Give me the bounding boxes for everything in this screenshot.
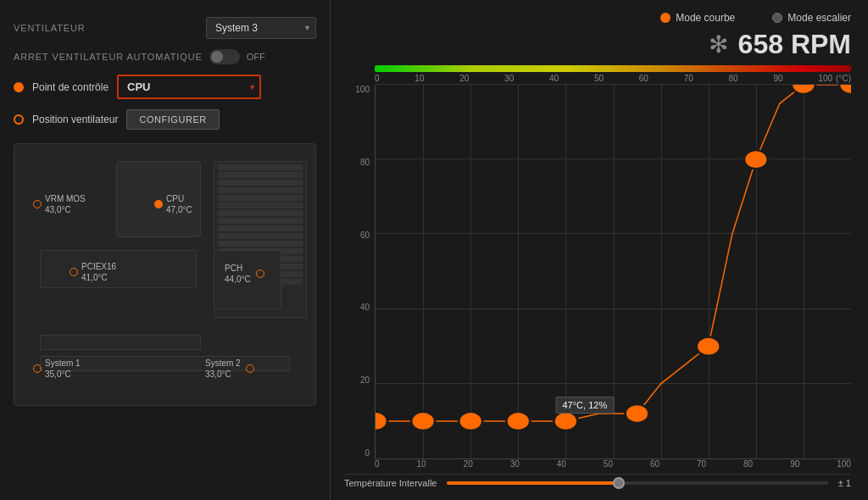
temp-color-bar <box>375 65 851 72</box>
slider-track[interactable] <box>447 481 827 485</box>
rpm-row: ✻ 658 RPM <box>344 29 851 60</box>
sys2-dot <box>246 364 254 373</box>
point-20[interactable] <box>459 412 482 431</box>
temp-label-40: 40 <box>549 74 559 83</box>
position-dot <box>14 114 24 125</box>
temp-label-0: 0 <box>375 74 380 83</box>
mode-courbe-dot <box>660 13 670 23</box>
x-100: 100 <box>837 459 851 469</box>
left-panel: VENTILATEUR System 3 ARRET VENTILATEUR A… <box>0 0 331 500</box>
point-90[interactable] <box>792 85 815 94</box>
pch-temp: 44,0°C <box>225 274 251 285</box>
y-40: 40 <box>360 303 370 312</box>
point-30[interactable] <box>506 412 530 431</box>
point-control-dot <box>14 82 24 92</box>
x-40: 40 <box>557 459 566 469</box>
pch-name: PCH <box>225 263 251 274</box>
sys1-sensor: System 1 35,0°C <box>33 358 81 380</box>
slider-fill <box>447 481 618 485</box>
temp-label-60: 60 <box>639 74 648 83</box>
fan-icon: ✻ <box>709 31 728 58</box>
slider-thumb <box>613 477 625 489</box>
position-row: Position ventilateur CONFIGURER <box>14 109 316 130</box>
point-control-row: Point de contrôle CPU <box>14 75 316 99</box>
slider-value: ± 1 <box>838 478 851 488</box>
sys1-dot <box>33 364 42 373</box>
chart-row: 100 80 60 40 20 0 <box>344 85 851 459</box>
system-dropdown[interactable]: System 3 <box>206 17 316 39</box>
ventilateur-label: VENTILATEUR <box>14 23 86 33</box>
x-50: 50 <box>604 459 613 469</box>
cpu-diag-temp: 47,0°C <box>166 204 192 215</box>
temp-unit: (°C) <box>836 74 851 83</box>
system-dropdown-wrapper[interactable]: System 3 <box>206 17 316 39</box>
right-panel: Mode courbe Mode escalier ✻ 658 RPM 0 10… <box>331 0 868 500</box>
sys1-temp: 35,0°C <box>45 369 81 380</box>
mb-inner: VRM MOS 43,0°C CPU 47,0°C PCIEX16 41,0°C <box>23 153 307 397</box>
rpm-value: 658 RPM <box>738 29 851 60</box>
x-70: 70 <box>697 459 706 469</box>
cpu-diag-dot <box>154 200 163 208</box>
bottom-controls: Température Intervalle ± 1 <box>344 474 851 488</box>
cpu-dropdown-wrapper[interactable]: CPU <box>117 75 261 99</box>
x-90: 90 <box>790 459 799 469</box>
vrm-name: VRM MOS <box>45 193 86 204</box>
pch-sensor: PCH 44,0°C <box>225 263 264 285</box>
mode-escalier-item[interactable]: Mode escalier <box>772 12 851 24</box>
pch-text: PCH 44,0°C <box>225 263 251 285</box>
x-80: 80 <box>743 459 753 469</box>
arret-label: ARRET VENTILATEUR AUTOMATIQUE <box>14 52 203 62</box>
y-60: 60 <box>360 231 370 240</box>
sys2-temp: 33,0°C <box>205 369 241 380</box>
temp-label-30: 30 <box>504 74 514 83</box>
chart-inner: 47°C, 12% <box>375 85 851 459</box>
motherboard-diagram: VRM MOS 43,0°C CPU 47,0°C PCIEX16 41,0°C <box>14 143 316 406</box>
cpu-diag-name: CPU <box>166 193 192 204</box>
temp-label-100: 100 <box>818 74 832 83</box>
mode-escalier-dot <box>772 13 782 23</box>
mode-row: Mode courbe Mode escalier <box>344 12 851 24</box>
point-80[interactable] <box>744 150 768 169</box>
y-100: 100 <box>355 85 370 94</box>
mode-courbe-label: Mode courbe <box>676 12 735 24</box>
pciex-text: PCIEX16 41,0°C <box>81 261 116 283</box>
pciex-temp: 41,0°C <box>81 272 116 283</box>
temp-label-70: 70 <box>684 74 693 83</box>
arret-row: ARRET VENTILATEUR AUTOMATIQUE OFF <box>14 49 316 64</box>
arret-toggle[interactable] <box>209 49 240 64</box>
configure-button[interactable]: CONFIGURER <box>126 109 219 130</box>
point-100[interactable] <box>839 85 851 94</box>
vrm-temp: 43,0°C <box>45 204 86 215</box>
x-30: 30 <box>510 459 520 469</box>
mode-courbe-item[interactable]: Mode courbe <box>660 12 735 24</box>
temp-intervalle-label: Température Intervalle <box>344 478 437 488</box>
arret-state: OFF <box>247 52 265 62</box>
point-0[interactable] <box>376 412 387 431</box>
vrm-dot <box>33 200 42 208</box>
pciex-sensor: PCIEX16 41,0°C <box>70 261 116 283</box>
curve-line <box>376 85 851 421</box>
sys2-text: System 2 33,0°C <box>205 358 241 380</box>
cpu-sensor: CPU 47,0°C <box>154 193 192 215</box>
point-10[interactable] <box>411 412 435 431</box>
vrm-text: VRM MOS 43,0°C <box>45 193 86 215</box>
cpu-dropdown[interactable]: CPU <box>117 75 261 99</box>
sys2-name: System 2 <box>205 358 241 369</box>
temp-label-10: 10 <box>415 74 424 83</box>
pciex-name: PCIEX16 <box>81 261 116 272</box>
point-40[interactable] <box>554 412 577 431</box>
x-60: 60 <box>650 459 659 469</box>
pciex-area <box>40 250 197 288</box>
sys1-text: System 1 35,0°C <box>45 358 81 380</box>
mb-slot <box>40 335 201 350</box>
cpu-diag-text: CPU 47,0°C <box>166 193 192 215</box>
sys2-sensor: System 2 33,0°C <box>205 358 254 380</box>
pciex-dot <box>70 268 78 276</box>
y-80: 80 <box>360 158 370 167</box>
vrm-sensor: VRM MOS 43,0°C <box>33 193 86 215</box>
temp-label-80: 80 <box>729 74 738 83</box>
point-control-label: Point de contrôle <box>32 81 108 93</box>
point-70[interactable] <box>697 337 721 356</box>
position-label: Position ventilateur <box>32 114 118 125</box>
point-55[interactable] <box>626 404 649 423</box>
